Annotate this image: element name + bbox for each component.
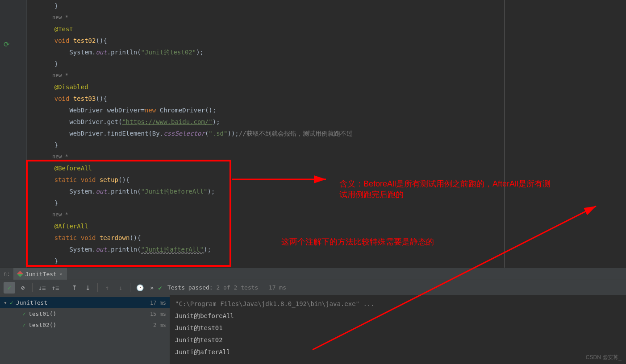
code-line: @BeforeAll [39, 162, 626, 174]
tree-test-item[interactable]: ✓ test02() 2 ms [0, 319, 170, 331]
tab-prefix: n: [0, 271, 13, 277]
code-line: } [39, 139, 626, 151]
code-line: } [39, 255, 626, 267]
divider [130, 283, 130, 292]
code-line: } [39, 197, 626, 209]
run-tab[interactable]: JunitTest ✕ [13, 268, 67, 280]
test-toolbar: ✓ ⊘ ↓≡ ↑≡ ⤒ ⤓ ↑ ↓ 🕑 » ✔ Tests passed: 2 … [0, 280, 626, 295]
code-line: void test02(){ [39, 35, 626, 46]
tab-title: JunitTest [25, 271, 56, 277]
code-content[interactable]: } new * @Test void test02(){ System.out.… [27, 0, 626, 268]
next-test-button[interactable]: ↓ [115, 282, 126, 294]
expand-all-button[interactable]: ⤒ [69, 282, 80, 294]
sort-up-button[interactable]: ↑≡ [50, 282, 61, 294]
console-line: "C:\Program Files\Java\jdk1.8.0_192\bin\… [175, 298, 621, 310]
inlay-hint: new * [39, 151, 626, 162]
pass-icon: ✓ [22, 310, 26, 317]
code-line: System.out.println("Junit的test02"); [39, 46, 626, 58]
test-status: Tests passed: 2 of 2 tests – 17 ms [167, 284, 286, 291]
code-line: System.out.println("Junti的afterAll"); [39, 244, 626, 255]
code-line: @Disabled [39, 81, 626, 93]
code-line: static void setup(){ [39, 174, 626, 186]
show-passed-button[interactable]: ✓ [4, 282, 15, 294]
gutter: ⟳ [0, 0, 27, 268]
code-line: static void teardown(){ [39, 232, 626, 244]
run-tab-bar: n: JunitTest ✕ [0, 268, 626, 280]
code-line: void test03(){ [39, 93, 626, 104]
collapse-all-button[interactable]: ⤓ [82, 282, 94, 294]
tree-root[interactable]: ▾ ✓ JunitTest 17 ms [0, 297, 170, 308]
divider [65, 283, 65, 292]
code-editor[interactable]: ⟳ } new * @Test void test02(){ System.ou… [0, 0, 626, 268]
show-ignored-button[interactable]: ⊘ [17, 282, 29, 294]
code-line: } [39, 0, 626, 12]
test-tree[interactable]: ▾ ✓ JunitTest 17 ms ✓ test01() 15 ms ✓ t… [0, 295, 170, 364]
divider [97, 283, 98, 292]
code-line: webDriver.findElement(By.cssSelector(".s… [39, 128, 626, 139]
check-icon: ✔ [158, 284, 162, 291]
pass-icon: ✓ [10, 299, 13, 306]
console-output[interactable]: "C:\Program Files\Java\jdk1.8.0_192\bin\… [170, 295, 626, 364]
pass-icon: ✓ [22, 322, 26, 328]
console-line: Junti的afterAll [175, 346, 621, 358]
tree-test-item[interactable]: ✓ test01() 15 ms [0, 308, 170, 319]
console-line: Junit的test01 [175, 322, 621, 334]
code-line: } [39, 58, 626, 70]
code-line: WebDriver webDriver=new ChromeDriver(); [39, 104, 626, 116]
margin-guide [504, 0, 505, 268]
junit-icon [17, 271, 23, 277]
inlay-hint: new * [39, 70, 626, 81]
console-line: Junit的test02 [175, 334, 621, 346]
refresh-run-icon[interactable]: ⟳ [4, 40, 11, 47]
divider [32, 283, 33, 292]
chevron-down-icon[interactable]: ▾ [4, 299, 10, 306]
prev-test-button[interactable]: ↑ [101, 282, 113, 294]
more-button[interactable]: » [147, 284, 156, 291]
code-line: System.out.println("Junit的beforeAll"); [39, 186, 626, 197]
code-line: @Test [39, 23, 626, 35]
close-icon[interactable]: ✕ [59, 271, 63, 277]
inlay-hint: new * [39, 12, 626, 23]
code-line: webDriver.get("https://www.baidu.com/"); [39, 116, 626, 128]
watermark: CSDN @安苒_ [586, 354, 622, 361]
console-line: Junit的beforeAll [175, 310, 621, 322]
code-line: @AfterAll [39, 220, 626, 232]
results-panel: ▾ ✓ JunitTest 17 ms ✓ test01() 15 ms ✓ t… [0, 295, 626, 364]
inlay-hint: new * [39, 209, 626, 220]
sort-down-button[interactable]: ↓≡ [36, 282, 48, 294]
test-history-button[interactable]: 🕑 [134, 282, 146, 294]
